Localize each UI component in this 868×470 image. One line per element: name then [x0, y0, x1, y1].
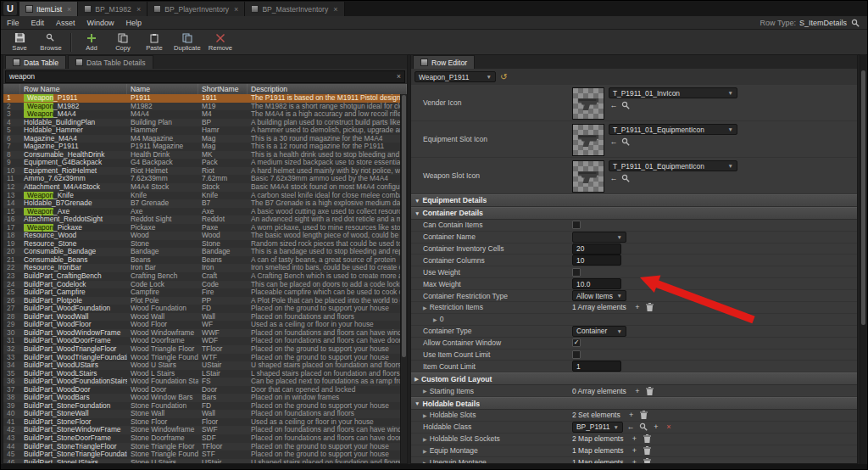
add-element-icon[interactable]: + [629, 445, 639, 456]
menu-item-asset[interactable]: Asset [50, 16, 81, 29]
row-select-dropdown[interactable]: Weapon_P1911 ▼ [415, 71, 496, 82]
table-row[interactable]: 44BuildPart_StoneTriangleFloorStone Tria… [3, 443, 401, 451]
checkbox-can-contain-items[interactable] [572, 221, 581, 229]
asset-dropdown-equipment-slot-icon[interactable]: T_P1911_01_EquipmentIcon▼ [609, 124, 737, 135]
table-row[interactable]: 19Resource_StoneStoneStoneRandom sized r… [3, 240, 401, 249]
table-row[interactable]: 31BuildPart_WoodDoorFrameWood DoorframeW… [3, 337, 401, 345]
add-icon[interactable]: + [651, 422, 661, 432]
table-row[interactable]: 45BuildPart_StoneTriangleFoundationStone… [3, 450, 401, 459]
table-row[interactable]: 41BuildPart_StoneFloorStone FloorFloorUs… [3, 418, 401, 427]
table-row[interactable]: 5Holdable_HammerHammerHamrA hammer used … [3, 126, 401, 135]
table-row[interactable]: 7Magazine_P1911P1911 MagazineMagThis is … [3, 143, 401, 151]
category-holdable-details[interactable]: ▼Holdable Details [411, 397, 857, 410]
chevron-down-icon[interactable]: ▼ [415, 400, 420, 406]
menu-item-edit[interactable]: Edit [25, 16, 51, 29]
panel-scrollbar-thumb[interactable] [861, 70, 865, 324]
table-row[interactable]: 29BuildPart_WoodFloorWood FloorWFUsed as… [3, 321, 401, 329]
table-row[interactable]: 4Holdable_BuildingPlanBuilding PlanBPA b… [3, 119, 401, 127]
input-container-columns[interactable]: 10 [572, 255, 621, 266]
use-selected-asset-icon[interactable]: ← [609, 100, 619, 110]
tab-row-editor[interactable]: Row Editor [413, 55, 475, 69]
chevron-right-icon[interactable]: ▶ [423, 448, 427, 454]
table-row[interactable]: 1Weapon_P1911P19111911The P1911 is based… [3, 94, 401, 103]
checkbox-allow-container-window[interactable] [572, 339, 581, 347]
table-row[interactable]: 40BuildPart_StoneWallStone WallWallPlace… [3, 410, 401, 418]
reset-to-default-icon[interactable]: ↺ [500, 72, 507, 81]
dropdown-container-restriction-type[interactable]: Allow Items▼ [572, 290, 626, 301]
close-icon[interactable]: × [333, 5, 337, 14]
chevron-right-icon[interactable]: ▶ [415, 376, 419, 383]
table-row[interactable]: 21Consumable_BeansBeansBeansA can of tas… [3, 256, 401, 265]
table-row[interactable]: 26BuildPart_PlotpolePlot PolePPA Plot Po… [3, 297, 401, 305]
asset-dropdown-vender-icon[interactable]: T_P1911_01_InvIcon▼ [609, 87, 737, 98]
table-row[interactable]: 13Weapon_KnifeKnifeKnifeA carbon steel k… [3, 192, 401, 200]
table-row[interactable]: 30BuildPart_WoodWindowFrameWood Windowfr… [3, 329, 401, 338]
table-row[interactable]: 27BuildPart_WoodFoundationWood Foundatio… [3, 305, 401, 313]
window-tab-bp-playerinventory[interactable]: BP_PlayerInventory× [147, 2, 245, 16]
remove-button[interactable]: Remove [209, 32, 232, 52]
table-row[interactable]: 17Weapon_PickaxePickaxePaxeA worn pickax… [3, 224, 401, 232]
table-row[interactable]: 15Weapon_AxeAxeAxeA basic wood cutting a… [3, 208, 401, 216]
table-row[interactable]: 10Equipment_RiotHelmetRiot HelmetRiotA h… [3, 167, 401, 176]
input-container-inventory-cells[interactable]: 20 [572, 243, 621, 255]
table-row[interactable]: 2Weapon_M1982M1982M19The M1982 is a shor… [3, 103, 401, 111]
paste-button[interactable]: Paste [142, 32, 166, 52]
checkbox-use-weight[interactable] [572, 268, 581, 277]
dropdown-container-type[interactable]: Container▼ [572, 326, 626, 337]
input-max-weight[interactable]: 10.0 [572, 278, 621, 289]
table-row[interactable]: 35BuildPart_WoodLStairsWood L StairsLSta… [3, 370, 401, 378]
use-selected-asset-icon[interactable]: ← [626, 422, 636, 432]
table-row[interactable]: 39BuildPart_StoneFoundationStone Foundat… [3, 402, 401, 411]
panel-scrollbar[interactable] [860, 54, 866, 464]
add-element-icon[interactable]: + [632, 302, 643, 312]
empty-array-icon[interactable] [642, 445, 652, 456]
close-icon[interactable]: × [136, 5, 141, 14]
menu-item-window[interactable]: Window [81, 16, 120, 29]
save-button[interactable]: Save [8, 32, 31, 52]
table-row[interactable]: 33BuildPart_WoodTriangleFoundationWood T… [3, 354, 401, 362]
window-tab-bp-masterinventory[interactable]: BP_MasterInventory× [245, 2, 344, 16]
checkbox-use-item-count-limit[interactable] [572, 350, 581, 359]
table-row[interactable]: 20Consumable_BandageBandageBandageThis i… [3, 248, 401, 256]
asset-thumbnail-vender-icon[interactable] [572, 87, 604, 120]
empty-array-icon[interactable] [642, 457, 652, 463]
asset-thumbnail-weapon-slot-icon[interactable] [572, 160, 604, 193]
dropdown-container-name[interactable]: ▼ [572, 232, 626, 243]
asset-dropdown-weapon-slot-icon[interactable]: T_P1911_01_EquipmentIcon▼ [609, 160, 737, 171]
window-tab-itemlist[interactable]: ItemList× [19, 2, 78, 16]
chevron-down-icon[interactable]: ▼ [415, 198, 420, 204]
use-selected-asset-icon[interactable]: ← [609, 137, 619, 147]
chevron-right-icon[interactable]: ▶ [423, 412, 427, 418]
chevron-right-icon[interactable]: ▶ [423, 460, 427, 463]
table-row[interactable]: 46BuildPart_StoneUStairsStone U StairsUS… [3, 459, 401, 463]
tab-data-table-details[interactable]: Data Table Details [68, 55, 153, 69]
table-row[interactable]: 12Attachment_M4A4StockM4A4 StockStockBas… [3, 183, 401, 192]
chevron-right-icon[interactable]: ▶ [423, 305, 427, 311]
table-row[interactable]: 8Consumable_HealthDrinkHealth DrinkMKThi… [3, 151, 401, 159]
chevron-right-icon[interactable]: ▶ [433, 316, 437, 322]
browse-button[interactable]: Browse [39, 32, 63, 52]
table-row[interactable]: 25BuildPart_CampfireCampfireFirePlaceabl… [3, 288, 401, 297]
table-row[interactable]: 36BuildPart_WoodFoundationStairsWood Fou… [3, 378, 401, 386]
chevron-right-icon[interactable]: ▶ [423, 436, 427, 442]
window-tab-bp-m1982[interactable]: BP_M1982× [78, 2, 147, 16]
table-row[interactable]: 38BuildPart_WoodBarsWood Window BarsBars… [3, 394, 401, 402]
category-equipment-details[interactable]: ▼Equipment Details [411, 194, 857, 207]
table-row[interactable]: 3Weapon_M4A4M4A4M4The M4A4 is a high acc… [3, 110, 401, 119]
browse-to-asset-icon[interactable] [620, 100, 631, 110]
close-icon[interactable]: × [234, 5, 238, 14]
table-row[interactable]: 24BuildPart_CodelockCode LockCodeThis ca… [3, 281, 401, 289]
table-row[interactable]: 11Ammo_7.62x39mm7.62x39mm7.62mmBasic 7.6… [3, 175, 401, 183]
add-element-icon[interactable]: + [629, 457, 639, 463]
table-row[interactable]: 34BuildPart_WoodUStairsWood U StairsUSta… [3, 361, 401, 370]
tab-data-table[interactable]: Data Table [5, 55, 66, 69]
empty-array-icon[interactable] [645, 386, 655, 396]
input-item-count-limit[interactable]: 1 [572, 361, 621, 372]
add-button[interactable]: Add [80, 32, 103, 52]
table-row[interactable]: 28BuildPart_WoodWallWood WallWallPlaced … [3, 313, 401, 322]
browse-to-asset-icon[interactable] [620, 173, 631, 183]
asset-thumbnail-equipment-slot-icon[interactable] [572, 124, 604, 156]
table-row[interactable]: 42BuildPart_StoneWindowFrameStone Window… [3, 426, 401, 434]
table-row[interactable]: 32BuildPart_WoodTriangleFloorWood Triang… [3, 345, 401, 354]
table-row[interactable]: 37BuildPart_WoodDoorWood DoorDoorDoor th… [3, 386, 401, 394]
